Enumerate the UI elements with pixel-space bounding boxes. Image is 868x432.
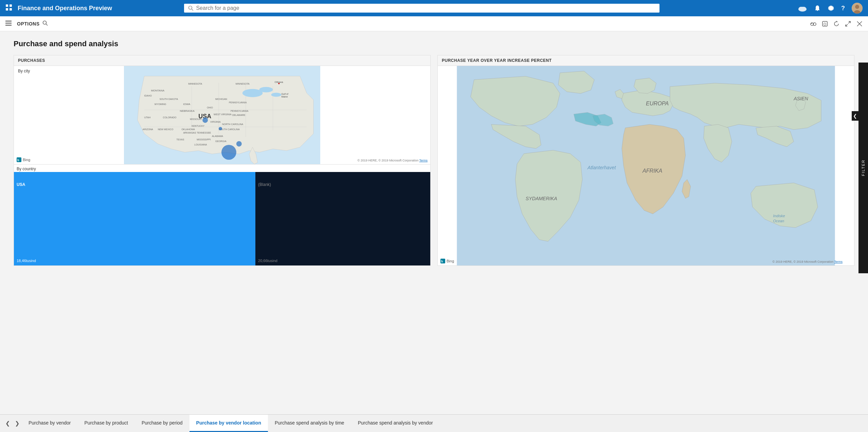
bell-icon[interactable] <box>814 5 821 12</box>
map-dot-louisiana <box>221 145 236 160</box>
menu-icon[interactable] <box>5 20 12 27</box>
svg-text:VIRGINIA: VIRGINIA <box>210 121 221 123</box>
indiske-ocean-text2: Ocean <box>773 219 784 223</box>
usa-map-terms[interactable]: Terms <box>419 159 428 162</box>
page-title: Purchase and spend analysis <box>14 39 854 48</box>
gear-icon[interactable] <box>828 5 834 12</box>
tab-purchase-spend-analysis-by-time[interactable]: Purchase spend analysis by time <box>268 415 351 432</box>
svg-text:MONTANA: MONTANA <box>151 89 165 92</box>
svg-text:MICHIGAN: MICHIGAN <box>215 98 227 100</box>
world-map-header: PURCHASE YEAR OVER YEAR INCREASE PERCENT <box>438 55 854 66</box>
tab-purchase-by-vendor[interactable]: Purchase by vendor <box>22 415 78 432</box>
grid-icon[interactable] <box>5 4 12 13</box>
svg-text:COLORADO: COLORADO <box>163 116 177 119</box>
svg-text:MISSOURI: MISSOURI <box>190 118 202 120</box>
svg-point-8 <box>802 7 806 10</box>
tab-purchase-by-vendor-location[interactable]: Purchase by vendor location <box>189 415 268 432</box>
svg-line-18 <box>46 24 48 25</box>
svg-marker-25 <box>836 21 838 22</box>
svg-rect-3 <box>10 8 12 11</box>
svg-line-5 <box>192 9 193 10</box>
purchases-panel: PURCHASES By city <box>14 55 431 266</box>
treemap-usa[interactable]: USA 18,46tusind <box>14 172 255 265</box>
svg-point-20 <box>813 23 816 25</box>
svg-point-17 <box>43 21 46 24</box>
toolbar-right-icons: O <box>810 21 863 27</box>
refresh-icon[interactable] <box>833 21 839 27</box>
bing-watermark-world: b Bing <box>440 259 454 263</box>
svg-point-12 <box>855 5 859 9</box>
svg-rect-0 <box>6 4 8 7</box>
svg-text:b: b <box>17 158 19 162</box>
toolbar-search-icon[interactable] <box>42 20 48 27</box>
svg-text:Maine: Maine <box>281 96 288 98</box>
svg-text:OHIO: OHIO <box>207 106 213 109</box>
svg-text:GEORGIA: GEORGIA <box>215 140 227 142</box>
europa-text: EUROPA <box>646 100 669 106</box>
main-content: Purchase and spend analysis PURCHASES By… <box>0 31 868 414</box>
svg-rect-16 <box>5 25 12 25</box>
indiske-ocean-text1: Indiske <box>773 214 785 218</box>
expand-icon[interactable] <box>845 21 851 27</box>
cloud-icon[interactable] <box>798 4 807 12</box>
treemap-blank[interactable]: (Blank) 20,66tusind <box>255 172 430 265</box>
help-icon[interactable]: ? <box>841 5 845 12</box>
options-toolbar: OPTIONS O <box>0 16 868 31</box>
svg-text:ALABAMA: ALABAMA <box>212 135 223 137</box>
svg-text:WEST VIRGINIA: WEST VIRGINIA <box>214 113 232 116</box>
office-icon[interactable]: O <box>822 21 828 27</box>
map-dot-1 <box>202 117 208 123</box>
svg-text:UTAH: UTAH <box>144 116 150 119</box>
svg-point-38 <box>259 87 273 92</box>
dashboard-row: PURCHASES By city <box>14 55 854 266</box>
world-map-panel: PURCHASE YEAR OVER YEAR INCREASE PERCENT <box>437 55 854 266</box>
svg-text:Gulf of: Gulf of <box>281 93 288 95</box>
svg-text:O: O <box>824 22 826 26</box>
world-map-copyright: © 2019 HERE, © 2019 Microsoft Corporatio… <box>773 260 843 263</box>
by-country-label: By country <box>17 167 36 171</box>
purchases-panel-header: PURCHASES <box>14 55 430 66</box>
search-input[interactable] <box>196 5 655 11</box>
svg-text:PENNSYLVANIA: PENNSYLVANIA <box>229 101 247 104</box>
tab-purchase-spend-analysis-by-vendor[interactable]: Purchase spend analysis by vendor <box>351 415 440 432</box>
svg-point-19 <box>811 23 813 25</box>
tab-next-btn[interactable]: ❯ <box>12 415 22 432</box>
filter-sidebar[interactable]: FILTER <box>858 63 868 273</box>
app-title: Finance and Operations Preview <box>18 5 112 12</box>
svg-text:MINNESOTA: MINNESOTA <box>236 83 250 85</box>
svg-text:SOUTH DAKOTA: SOUTH DAKOTA <box>160 98 178 100</box>
svg-line-26 <box>848 21 850 23</box>
map-dot-3 <box>219 127 222 130</box>
svg-line-27 <box>846 24 848 26</box>
tab-purchase-by-product[interactable]: Purchase by product <box>78 415 135 432</box>
search-bar[interactable] <box>184 4 659 13</box>
tab-purchase-by-period[interactable]: Purchase by period <box>135 415 189 432</box>
filter-arrow[interactable]: ❮ <box>852 111 858 121</box>
us-map-svg: MONTANA MINNESOTA MINNESOTA SOUTH DAKOTA… <box>14 66 430 164</box>
asien-text: ASIEN <box>793 96 808 101</box>
treemap-usa-label: USA <box>17 182 25 187</box>
close-icon[interactable] <box>856 21 863 27</box>
usa-map-copyright: © 2019 HERE, © 2019 Microsoft Corporatio… <box>358 159 428 162</box>
avatar[interactable] <box>852 3 863 14</box>
nav-right-icons: ? <box>798 3 863 14</box>
svg-rect-1 <box>10 4 12 7</box>
svg-text:TEXAS: TEXAS <box>176 138 184 141</box>
afrika-text: AFRIKA <box>642 168 662 174</box>
map-dot-2 <box>236 141 242 146</box>
top-navbar: Finance and Operations Preview ? <box>0 0 868 16</box>
svg-text:MINNESOTA: MINNESOTA <box>188 83 202 85</box>
treemap-usa-value: 18,46tusind <box>17 259 253 263</box>
svg-text:IOWA: IOWA <box>183 103 191 106</box>
filter-label: FILTER <box>861 159 865 176</box>
us-map-section: By city <box>14 66 430 165</box>
binoculars-icon[interactable] <box>810 21 816 27</box>
svg-text:b: b <box>441 260 443 263</box>
tab-prev-btn[interactable]: ❮ <box>3 415 12 432</box>
world-map-terms[interactable]: Terms <box>834 260 843 263</box>
svg-text:NEW MEXICO: NEW MEXICO <box>158 128 174 131</box>
svg-text:ARKANSAS: ARKANSAS <box>183 132 196 134</box>
world-map-svg: EUROPA ASIEN Atlanterhavet AFRIKA SYDAME… <box>438 66 854 265</box>
svg-text:DELAWARE: DELAWARE <box>232 114 246 116</box>
world-map-content: EUROPA ASIEN Atlanterhavet AFRIKA SYDAME… <box>438 66 854 265</box>
